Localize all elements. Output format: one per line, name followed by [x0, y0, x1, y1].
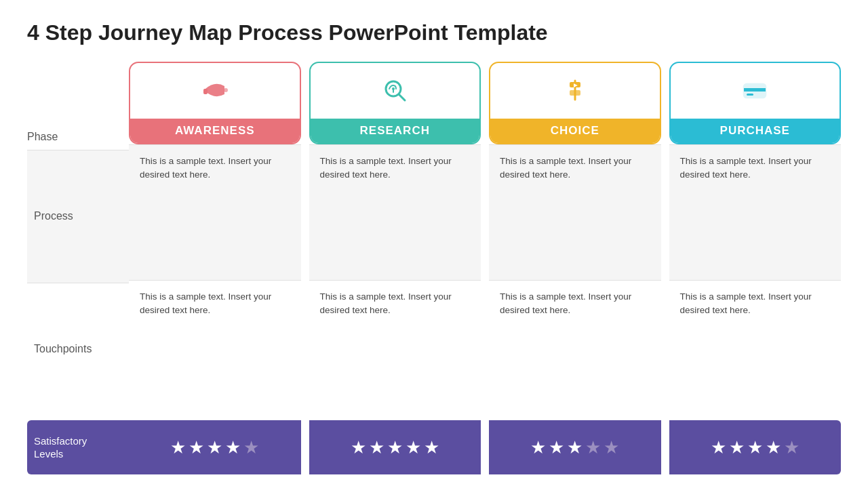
stars-awareness: ★★★★★: [170, 437, 259, 458]
label-process: Process: [27, 150, 129, 283]
column-choice: ▶ CHOICEThis is a sample text. Insert yo…: [489, 62, 661, 474]
star-filled: ★: [170, 437, 186, 458]
stars-purchase: ★★★★★: [711, 437, 800, 458]
purchase-icon: [740, 63, 770, 117]
touchpoints-cell-choice: This is a sample text. Insert your desir…: [489, 280, 661, 415]
star-filled: ★: [369, 437, 384, 458]
label-touchpoints: Touchpoints: [27, 283, 129, 415]
star-empty: ★: [604, 437, 619, 458]
phase-label-awareness: AWARENESS: [130, 119, 300, 143]
svg-rect-12: [747, 94, 753, 96]
star-filled: ★: [387, 437, 403, 458]
page-title: 4 Step Journey Map Process PowerPoint Te…: [27, 20, 841, 45]
awareness-icon: [200, 63, 230, 117]
page: 4 Step Journey Map Process PowerPoint Te…: [0, 0, 868, 488]
star-filled: ★: [189, 437, 204, 458]
star-filled: ★: [406, 437, 421, 458]
row-labels: Phase Process Touchpoints SatisfactoryLe…: [27, 62, 129, 474]
main-table: Phase Process Touchpoints SatisfactoryLe…: [27, 62, 841, 474]
column-research: RESEARCHThis is a sample text. Insert yo…: [309, 62, 481, 474]
star-filled: ★: [424, 437, 439, 458]
stars-choice: ★★★★★: [530, 437, 619, 458]
star-empty: ★: [784, 437, 800, 458]
star-empty: ★: [585, 437, 601, 458]
touchpoints-cell-awareness: This is a sample text. Insert your desir…: [129, 280, 301, 415]
phase-card-research: RESEARCH: [309, 62, 481, 144]
star-filled: ★: [747, 437, 763, 458]
svg-point-5: [392, 87, 395, 90]
svg-rect-11: [744, 88, 766, 92]
phase-label-research: RESEARCH: [311, 119, 480, 143]
stars-research: ★★★★★: [351, 437, 439, 458]
column-purchase: PURCHASEThis is a sample text. Insert yo…: [669, 62, 842, 474]
star-filled: ★: [225, 437, 241, 458]
touchpoints-cell-research: This is a sample text. Insert your desir…: [309, 280, 481, 415]
star-filled: ★: [549, 437, 564, 458]
touchpoints-cell-purchase: This is a sample text. Insert your desir…: [669, 280, 842, 415]
star-filled: ★: [207, 437, 222, 458]
star-filled: ★: [766, 437, 781, 458]
columns-area: AWARENESSThis is a sample text. Insert y…: [129, 62, 841, 474]
satisfactory-cell-awareness: ★★★★★: [129, 420, 301, 474]
label-satisfactory: SatisfactoryLevels: [27, 420, 129, 474]
phase-card-awareness: AWARENESS: [129, 62, 301, 144]
process-cell-research: This is a sample text. Insert your desir…: [309, 144, 481, 280]
svg-rect-0: [203, 89, 208, 94]
research-icon: [380, 63, 410, 117]
phase-label-purchase: PURCHASE: [671, 119, 840, 143]
phase-label-choice: CHOICE: [490, 119, 660, 143]
satisfactory-cell-research: ★★★★★: [309, 420, 481, 474]
phase-card-choice: ▶ CHOICE: [489, 62, 661, 144]
star-filled: ★: [351, 437, 366, 458]
star-filled: ★: [530, 437, 546, 458]
phase-card-purchase: PURCHASE: [669, 62, 842, 144]
process-cell-choice: This is a sample text. Insert your desir…: [489, 144, 661, 280]
label-phase: Phase: [27, 62, 129, 150]
star-empty: ★: [243, 437, 259, 458]
choice-icon: ▶: [560, 63, 590, 117]
star-filled: ★: [711, 437, 726, 458]
svg-rect-9: [570, 90, 580, 96]
process-cell-awareness: This is a sample text. Insert your desir…: [129, 144, 301, 280]
satisfactory-cell-choice: ★★★★★: [489, 420, 661, 474]
satisfactory-cell-purchase: ★★★★★: [669, 420, 842, 474]
process-cell-purchase: This is a sample text. Insert your desir…: [669, 144, 842, 280]
star-filled: ★: [567, 437, 583, 458]
svg-point-1: [224, 88, 228, 92]
column-awareness: AWARENESSThis is a sample text. Insert y…: [129, 62, 301, 474]
star-filled: ★: [729, 437, 745, 458]
svg-line-3: [399, 94, 405, 100]
